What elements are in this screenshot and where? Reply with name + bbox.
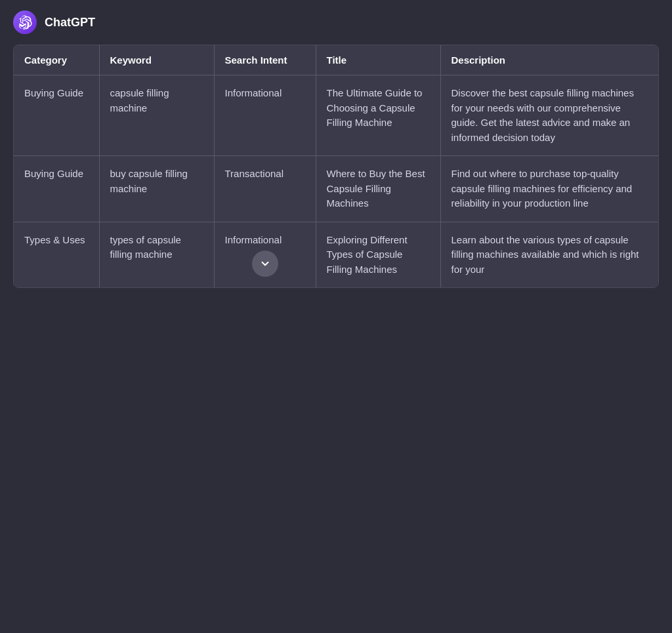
header-title: Title [316, 45, 440, 75]
table-header: Category Keyword Search Intent Title Des… [14, 45, 658, 75]
cell-keyword-2: types of capsule filling machine [99, 222, 214, 287]
cell-intent-1: Transactional [214, 156, 316, 222]
table-row: Buying Guide capsule filling machine Inf… [14, 75, 658, 156]
cell-category-2: Types & Uses [14, 222, 99, 287]
intent-text-2: Informational [225, 234, 282, 245]
cell-description-0: Discover the best capsule filling machin… [440, 75, 658, 156]
cell-title-1: Where to Buy the Best Capsule Filling Ma… [316, 156, 440, 222]
header-category: Category [14, 45, 99, 75]
cell-category-0: Buying Guide [14, 75, 99, 156]
cell-description-1: Find out where to purchase top-quality c… [440, 156, 658, 222]
scroll-down-button[interactable] [252, 251, 278, 277]
chatgpt-logo [13, 10, 37, 34]
header-intent: Search Intent [214, 45, 316, 75]
cell-keyword-1: buy capsule filling machine [99, 156, 214, 222]
cell-intent-0: Informational [214, 75, 316, 156]
table-row: Types & Uses types of capsule filling ma… [14, 222, 658, 287]
data-table: Category Keyword Search Intent Title Des… [14, 45, 658, 287]
app-title: ChatGPT [45, 16, 95, 30]
cell-title-0: The Ultimate Guide to Choosing a Capsule… [316, 75, 440, 156]
cell-intent-2: Informational [214, 222, 316, 287]
cell-title-2: Exploring Different Types of Capsule Fil… [316, 222, 440, 287]
header-description: Description [440, 45, 658, 75]
table-container: Category Keyword Search Intent Title Des… [13, 45, 659, 288]
header: ChatGPT [0, 0, 672, 45]
cell-keyword-0: capsule filling machine [99, 75, 214, 156]
header-row: Category Keyword Search Intent Title Des… [14, 45, 658, 75]
header-keyword: Keyword [99, 45, 214, 75]
table-row: Buying Guide buy capsule filling machine… [14, 156, 658, 222]
cell-description-2: Learn about the various types of capsule… [440, 222, 658, 287]
table-body: Buying Guide capsule filling machine Inf… [14, 75, 658, 288]
cell-category-1: Buying Guide [14, 156, 99, 222]
